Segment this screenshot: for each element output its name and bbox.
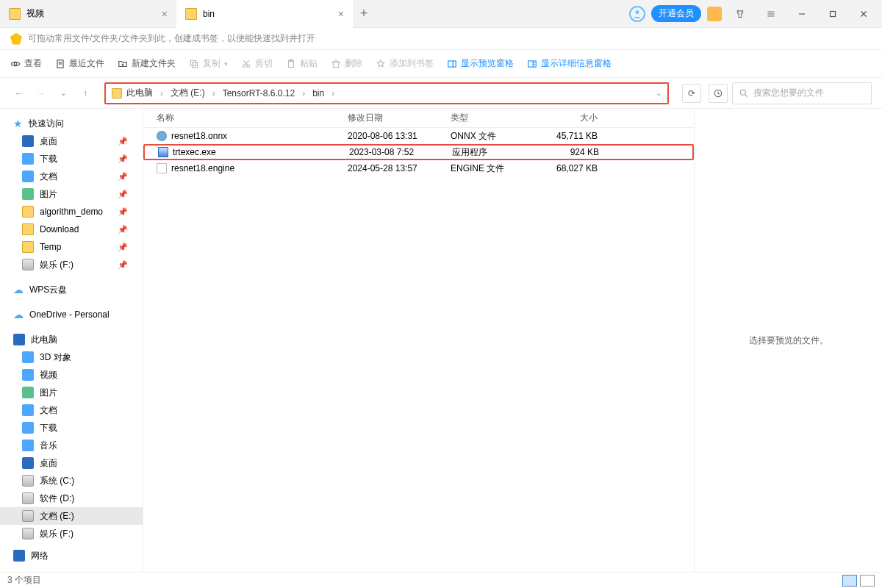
column-date[interactable]: 修改日期 (348, 112, 451, 124)
column-size[interactable]: 大小 (539, 112, 598, 124)
item-icon (22, 404, 34, 416)
breadcrumb-item[interactable]: bin (312, 88, 324, 98)
item-icon (22, 528, 34, 539)
item-icon (22, 241, 34, 253)
item-icon (22, 440, 34, 451)
chevron-down-icon[interactable]: ⌄ (656, 89, 662, 97)
new-folder-button[interactable]: 新建文件夹 (118, 57, 176, 70)
svg-point-31 (740, 90, 745, 95)
vip-button[interactable]: 开通会员 (651, 5, 701, 22)
sidebar-item[interactable]: Temp📌 (0, 238, 143, 256)
chevron-right-icon: › (209, 88, 218, 98)
sidebar-item[interactable]: 娱乐 (F:) (0, 525, 143, 542)
search-placeholder: 搜索您想要的文件 (753, 87, 824, 99)
sidebar-item[interactable]: 下载📌 (0, 150, 143, 168)
menu-icon[interactable] (759, 3, 784, 25)
refresh-button[interactable]: ⟳ (682, 84, 701, 103)
file-date: 2024-05-28 13:57 (348, 163, 451, 173)
up-button[interactable]: ↑ (76, 85, 94, 102)
item-icon (22, 153, 34, 165)
column-type[interactable]: 类型 (451, 112, 539, 124)
breadcrumb-item[interactable]: 文档 (E:) (171, 87, 205, 99)
chevron-right-icon: › (299, 88, 308, 98)
back-button[interactable]: ← (10, 85, 28, 102)
details-view-button[interactable] (842, 575, 857, 587)
sidebar-item[interactable]: Download📌 (0, 220, 143, 238)
sidebar-onedrive[interactable]: ☁OneDrive - Personal (0, 306, 143, 323)
recent-files-button[interactable]: 最近文件 (55, 57, 104, 70)
cut-button[interactable]: 剪切 (241, 57, 273, 70)
shirt-icon[interactable] (728, 3, 753, 25)
search-input[interactable]: 搜索您想要的文件 (732, 82, 872, 104)
tab-bin[interactable]: bin × (176, 0, 353, 28)
item-count: 3 个项目 (7, 574, 41, 587)
pin-icon: 📌 (118, 260, 128, 270)
new-tab-button[interactable]: + (353, 6, 375, 21)
breadcrumb-item[interactable]: TensorRT-8.6.0.12 (223, 88, 295, 98)
history-dropdown[interactable]: ⌄ (54, 85, 72, 102)
sidebar-this-pc[interactable]: 此电脑 (0, 331, 143, 348)
file-type: ONNX 文件 (451, 130, 539, 143)
file-icon (158, 147, 168, 157)
cloud-icon: ☁ (13, 284, 24, 295)
item-icon (22, 492, 34, 504)
sidebar-item[interactable]: 娱乐 (F:)📌 (0, 256, 143, 273)
sidebar-item[interactable]: 3D 对象 (0, 348, 143, 366)
paste-button[interactable]: 粘贴 (286, 57, 318, 70)
breadcrumb-item[interactable]: 此电脑 (126, 87, 153, 99)
sidebar-item[interactable]: 文档 (0, 401, 143, 419)
pin-icon (10, 33, 22, 45)
sidebar-item[interactable]: 音乐 (0, 437, 143, 454)
svg-rect-15 (190, 60, 196, 65)
sidebar-item[interactable]: 视频 (0, 366, 143, 384)
nav-bar: ← → ⌄ ↑ 此电脑› 文档 (E:)› TensorRT-8.6.0.12›… (0, 78, 882, 109)
item-icon (22, 223, 34, 235)
breadcrumb[interactable]: 此电脑› 文档 (E:)› TensorRT-8.6.0.12› bin› ⌄ (104, 82, 669, 104)
history-button[interactable] (709, 84, 728, 103)
file-list-pane: 名称 修改日期 类型 大小 resnet18.onnx2020-08-06 13… (143, 109, 695, 572)
item-icon (22, 422, 34, 434)
sidebar-item[interactable]: 软件 (D:) (0, 490, 143, 507)
account-avatar-icon[interactable] (629, 6, 645, 22)
sidebar-item[interactable]: 图片 (0, 384, 143, 401)
sidebar-wps-cloud[interactable]: ☁WPS云盘 (0, 281, 143, 298)
delete-button[interactable]: 删除 (331, 57, 362, 70)
file-size: 45,711 KB (539, 131, 598, 141)
copy-button[interactable]: 复制▾ (189, 57, 228, 70)
close-icon[interactable]: × (162, 8, 168, 20)
minimize-button[interactable] (789, 3, 814, 25)
file-row[interactable]: resnet18.engine2024-05-28 13:57ENGINE 文件… (143, 160, 694, 176)
sidebar-item[interactable]: algorithm_demo📌 (0, 203, 143, 220)
preview-pane-button[interactable]: 显示预览窗格 (447, 57, 514, 70)
icons-view-button[interactable] (860, 575, 875, 587)
pin-icon: 📌 (118, 190, 128, 199)
sidebar-quick-access[interactable]: ★快速访问 (0, 115, 143, 132)
file-row[interactable]: resnet18.onnx2020-08-06 13:31ONNX 文件45,7… (143, 128, 694, 144)
sidebar-item[interactable]: 图片📌 (0, 185, 143, 203)
sidebar-item[interactable]: 下载 (0, 419, 143, 437)
detail-pane-button[interactable]: 显示详细信息窗格 (527, 57, 612, 70)
toolbar: 查看 最近文件 新建文件夹 复制▾ 剪切 粘贴 删除 添加到书签 显示预览窗格 … (0, 50, 882, 78)
file-name: trtexec.exe (173, 147, 216, 157)
close-window-button[interactable] (851, 3, 876, 25)
tab-videos[interactable]: 视频 × (0, 0, 176, 28)
add-bookmark-button[interactable]: 添加到书签 (376, 57, 434, 70)
svg-point-8 (14, 62, 17, 65)
file-row[interactable]: trtexec.exe2023-03-08 7:52应用程序924 KB (143, 144, 694, 160)
column-name[interactable]: 名称 (157, 112, 348, 124)
item-icon (22, 206, 34, 218)
folder-icon (9, 8, 21, 20)
preview-placeholder: 选择要预览的文件。 (749, 334, 828, 347)
sidebar-item[interactable]: 系统 (C:) (0, 472, 143, 490)
view-button[interactable]: 查看 (10, 57, 42, 70)
sidebar-item[interactable]: 文档📌 (0, 168, 143, 185)
sidebar-network[interactable]: 网络 (0, 547, 143, 564)
sidebar-item[interactable]: 文档 (E:) (0, 507, 143, 525)
pin-icon: 📌 (118, 172, 128, 182)
sidebar-item[interactable]: 桌面 (0, 454, 143, 472)
forward-button[interactable]: → (32, 85, 50, 102)
theme-icon[interactable] (707, 7, 722, 21)
close-icon[interactable]: × (338, 8, 344, 20)
sidebar-item[interactable]: 桌面📌 (0, 132, 143, 150)
maximize-button[interactable] (820, 3, 845, 25)
